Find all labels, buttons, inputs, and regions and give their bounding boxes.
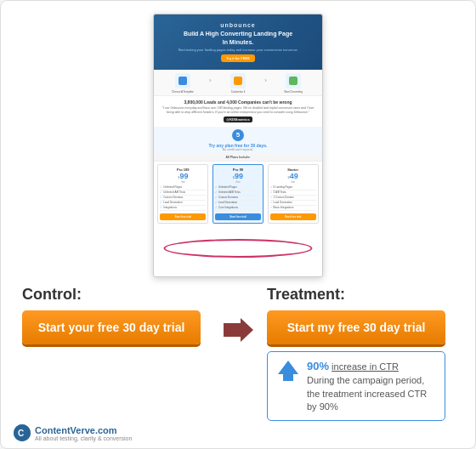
treatment-section: Treatment: Start my free 30 day trial 90… [267,286,454,421]
footer-logo-text-block: ContentVerve.com All about testing, clar… [35,425,132,441]
lp-plan-starter-features: 8 Landing Pages 3 A/B Tests 1 Custom Dom… [270,185,316,211]
footer-logo-tagline: All about testing, clarity & conversion [35,435,132,441]
lp-plans-row-header: All Plans Include: [154,154,322,162]
lp-plan-pro99-amount: 99 [235,173,243,180]
lp-plan-pro99-features: Unlimited Pages Unlimited A/B Tests Cust… [215,185,261,211]
result-badge: 90% increase in CTR During the campaign … [267,351,445,421]
control-section: Control: Start your free 30 day trial [22,286,209,344]
lp-step-1: Choose A Template [158,73,207,94]
svg-marker-0 [224,318,253,342]
treatment-cta-button[interactable]: Start my free 30 day trial [267,310,445,344]
lp-plan-starter-mo: /mo [291,180,295,184]
arrow-section [221,318,255,342]
lp-testimonial-quote: "I use Unbounce everyday and have over 1… [161,106,315,115]
svg-text:C: C [18,429,24,438]
lp-testimonial-title: 3,800,000 Leads and 4,000 Companies can'… [161,99,315,105]
result-label: increase in CTR [332,361,399,372]
lp-plan-pro99-f5: Core Integrations [215,206,261,211]
lp-kiss-label: @KISSmetrics [161,117,315,122]
lp-plan-pro199-amount: 99 [179,173,188,180]
lp-plan-pro99-btn[interactable]: Start free trial [215,213,261,220]
lp-step-3: Start Converting [269,73,318,94]
lp-step-2: Customize It [213,73,262,94]
main-container: unbounce Build A High Converting Landing… [0,0,476,449]
result-percent: 90% [307,360,329,372]
lp-header: unbounce Build A High Converting Landing… [154,14,322,70]
lp-all-plans-include: All Plans Include: [225,156,250,159]
lp-plan-pro199-mo: /mo [181,180,185,184]
lp-plan-starter-amount: 49 [290,173,298,180]
lp-plans-sub: No credit card required. [156,148,320,151]
lp-plan-starter: Starter $ 49 /mo 8 Landing Pages 3 A/B T… [268,164,319,224]
lp-plan-pro199-f5: Integrations [160,206,206,211]
landing-page-mockup: unbounce Build A High Converting Landing… [153,14,323,277]
result-text: 90% increase in CTR During the campaign … [307,359,436,413]
lp-step-1-label: Choose A Template [172,90,194,94]
lp-step-1-icon [175,73,190,88]
lp-oval-highlight [164,239,313,258]
right-arrow-icon [224,318,253,342]
treatment-label: Treatment: [267,286,345,304]
svg-marker-1 [278,361,298,381]
control-label: Control: [22,286,82,304]
bottom-section: Control: Start your free 30 day trial Tr… [9,286,467,421]
lp-subheadline: Start testing your landing pages today a… [178,48,298,52]
up-arrow-icon [276,359,300,383]
lp-step-2-icon [230,73,246,88]
lp-header-cta[interactable]: Try it for FREE [221,54,255,62]
lp-plans-header: 5 Try any plan free for 30 days. No cred… [154,127,322,154]
lp-plan-pro99-mo: /mo [235,180,240,184]
lp-step-2-label: Customize It [231,90,246,94]
lp-headline: Build A High Converting Landing PageIn M… [184,30,292,45]
lp-step-3-label: Start Converting [284,90,303,94]
lp-plan-starter-btn[interactable]: Start free trial [270,213,316,220]
lp-plan-pro199: Pro 199 $ 99 /mo Unlimited Pages Unlimit… [157,164,208,224]
lp-plan-starter-f5: Basic Integrations [270,206,316,211]
lp-plan-pro199-btn[interactable]: Start free trial [160,213,206,220]
lp-steps-row: Choose A Template › Customize It › Start… [154,70,322,96]
lp-testimonial: 3,800,000 Leads and 4,000 Companies can'… [154,96,322,127]
lp-plans-table: Pro 199 $ 99 /mo Unlimited Pages Unlimit… [154,162,322,226]
lp-plan-pro199-features: Unlimited Pages Unlimited A/B Tests Cust… [160,185,206,211]
lp-arrow-2: › [264,77,267,84]
lp-arrow-1: › [209,77,212,84]
lp-plan-pro99: Pro 99 $ 99 /mo Unlimited Pages Unlimite… [212,164,264,224]
lp-step-3-icon [286,73,301,88]
footer-logo: C ContentVerve.com All about testing, cl… [14,424,132,441]
control-cta-button[interactable]: Start your free 30 day trial [22,310,201,344]
result-description: During the campaign period, the treatmen… [307,375,427,412]
footer-logo-domain: .com [95,425,117,435]
footer-logo-name: ContentVerve [35,425,95,435]
lp-logo: unbounce [220,22,255,28]
footer-logo-icon: C [14,424,31,441]
